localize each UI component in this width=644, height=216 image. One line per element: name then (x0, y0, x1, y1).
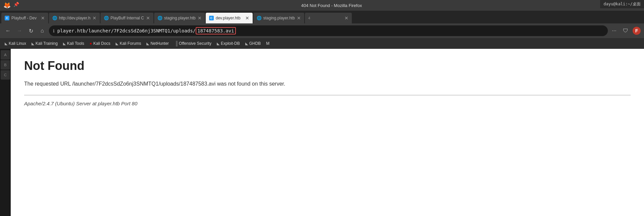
bookmark-offensive-security[interactable]: ▐ Offensive Security (172, 40, 213, 47)
kali-linux-icon: ◣ (5, 41, 7, 46)
bookmark-kali-tools[interactable]: ◣ Kali Tools (61, 40, 86, 46)
firefox-icon: 🦊 (3, 2, 11, 9)
tab-dev-player-active[interactable]: C dev.player.htb ✕ (206, 13, 253, 23)
tab3-favicon: 🌐 (104, 16, 109, 20)
tab6-close[interactable]: ✕ (297, 15, 301, 21)
address-text[interactable]: player.htb/launcher/7F2dcsSdZo6nj3SNMTQ1… (57, 28, 604, 33)
tab5-close[interactable]: ✕ (245, 15, 249, 21)
tabs-bar: C Playbuff - Dev ✕ 🌐 http://dev.player.h… (0, 11, 644, 23)
tab3-label: PlayBuff Internal C (111, 16, 144, 20)
reload-button[interactable]: ↻ (26, 26, 36, 35)
tab4-label: staging.player.htb (164, 16, 196, 20)
not-found-description: The requested URL /launcher/7F2dcsSdZo6n… (24, 80, 631, 88)
sidebar-item-1[interactable]: A (1, 50, 10, 60)
info-icon: ℹ (53, 28, 55, 33)
forward-button[interactable]: → (15, 26, 24, 35)
exploit-db-icon: ◣ (217, 41, 219, 46)
tab2-favicon: 🌐 (52, 16, 57, 20)
pin-icon: 📌 (13, 2, 19, 9)
tab4-favicon: 🌐 (157, 16, 162, 20)
nethunter-icon: ◣ (146, 41, 149, 46)
bookmark-kali-docs[interactable]: ● Kali Docs (87, 40, 112, 46)
bookmark-exploit-db[interactable]: ◣ Exploit-DB (215, 40, 242, 46)
kali-docs-icon: ● (89, 41, 92, 46)
page-title: Not Found (24, 59, 631, 73)
bookmark-kali-docs-label: Kali Docs (93, 41, 110, 46)
bookmark-more-label: M (266, 41, 269, 46)
sidebar-item-2[interactable]: B (1, 60, 10, 70)
main-content: Not Found The requested URL /launcher/7F… (11, 49, 644, 216)
offensive-security-icon: ▐ (174, 41, 178, 46)
tab1-close[interactable]: ✕ (41, 15, 45, 21)
nav-bar: ← → ↻ ⌂ ℹ player.htb/launcher/7F2dcsSdZo… (0, 23, 644, 38)
bookmark-more[interactable]: M (264, 40, 271, 46)
address-bar[interactable]: ℹ player.htb/launcher/7F2dcsSdZo6nj3SNMT… (49, 25, 608, 36)
left-sidebar: A B C (0, 49, 11, 216)
window-title: 404 Not Found - Mozilla Firefox (22, 3, 641, 8)
bookmark-exploit-db-label: Exploit-DB (221, 41, 240, 46)
bookmark-nethunter-label: NetHunter (150, 41, 169, 46)
tab6-label: staging.player.htb (263, 16, 295, 20)
title-bar: 🦊 📌 404 Not Found - Mozilla Firefox (0, 0, 644, 11)
tab7-number: 4 (308, 16, 310, 20)
tab2-label: http://dev.player.h (59, 16, 90, 20)
tab1-label: Playbuff - Dev (11, 16, 37, 20)
bookmark-kali-training[interactable]: ◣ Kali Training (29, 40, 60, 46)
kali-training-icon: ◣ (31, 41, 34, 46)
bookmark-kali-linux[interactable]: ◣ Kali Linux (3, 40, 28, 46)
tab-playbuff-internal[interactable]: 🌐 PlayBuff Internal C ✕ (101, 13, 153, 23)
tab4-close[interactable]: ✕ (198, 15, 202, 21)
content-divider (24, 95, 631, 95)
bookmark-kali-linux-label: Kali Linux (9, 41, 26, 46)
tab-staging-player2[interactable]: 🌐 staging.player.htb ✕ (253, 13, 304, 23)
tab3-close[interactable]: ✕ (146, 15, 150, 21)
top-right-partial: dayu@kali:~/桌面 (600, 0, 644, 8)
url-before-highlight: player.htb/launcher/7F2dcsSdZo6nj3SNMTQ1… (57, 28, 196, 33)
tab-staging-player[interactable]: 🌐 staging.player.htb ✕ (154, 13, 205, 23)
nav-right-icons: ··· 🛡 F (610, 26, 641, 35)
terminal-label: dayu@kali:~/桌面 (603, 2, 641, 6)
bookmark-kali-tools-label: Kali Tools (67, 41, 84, 46)
bookmark-offensive-security-label: Offensive Security (179, 41, 211, 46)
home-button[interactable]: ⌂ (38, 26, 47, 35)
bookmark-kali-forums[interactable]: ◣ Kali Forums (114, 40, 143, 46)
bookmark-kali-training-label: Kali Training (36, 41, 58, 46)
ghdb-icon: ◣ (245, 41, 248, 46)
kali-forums-icon: ◣ (116, 41, 118, 46)
profile-button[interactable]: F (633, 27, 641, 35)
bookmark-ghdb-label: GHDB (249, 41, 261, 46)
tab-extra[interactable]: 4 ✕ (305, 13, 352, 23)
tab6-favicon: 🌐 (257, 16, 261, 20)
tab5-label: dev.player.htb (216, 16, 241, 20)
shield-icon[interactable]: 🛡 (621, 26, 630, 35)
title-bar-icons: 🦊 📌 (3, 2, 19, 9)
tab2-close[interactable]: ✕ (92, 15, 96, 21)
kali-tools-icon: ◣ (63, 41, 66, 46)
bookmark-kali-forums-label: Kali Forums (120, 41, 141, 46)
bookmark-ghdb[interactable]: ◣ GHDB (243, 40, 263, 46)
tab-playbuff-dev[interactable]: C Playbuff - Dev ✕ (1, 13, 48, 23)
url-highlight: 187487583.avi (196, 27, 236, 34)
tab-dev-player-http[interactable]: 🌐 http://dev.player.h ✕ (49, 13, 100, 23)
bookmarks-bar: ◣ Kali Linux ◣ Kali Training ◣ Kali Tool… (0, 38, 644, 49)
bookmark-nethunter[interactable]: ◣ NetHunter (144, 40, 171, 46)
tab1-favicon: C (5, 16, 9, 20)
tab7-close[interactable]: ✕ (344, 15, 348, 21)
sidebar-item-3[interactable]: C (1, 70, 10, 80)
server-info: Apache/2.4.7 (Ubuntu) Server at player.h… (24, 101, 631, 106)
tab5-favicon: C (209, 16, 214, 20)
back-button[interactable]: ← (3, 26, 13, 35)
more-button[interactable]: ··· (610, 26, 619, 35)
